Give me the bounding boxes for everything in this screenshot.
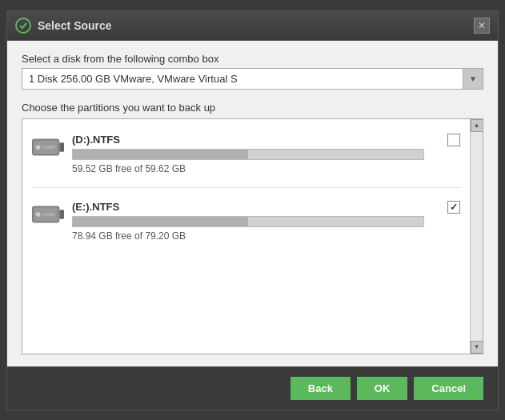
partition-e-free: 78.94 GB free of 79.20 GB (72, 230, 439, 242)
hdd-icon-e (32, 201, 64, 229)
cancel-button[interactable]: Cancel (414, 377, 483, 400)
partition-d-fill (73, 150, 248, 159)
scroll-up-button[interactable]: ▲ (471, 119, 483, 132)
disk-combo[interactable]: 1 Disk 256.00 GB VMware, VMware Virtual … (22, 68, 483, 90)
partition-e-bar (72, 216, 424, 227)
partition-d-checkbox[interactable] (447, 134, 460, 146)
dialog-title: Select Source (38, 19, 467, 32)
partition-e-fill (73, 217, 248, 226)
list-item: (D:).NTFS 59.52 GB free of 59.62 GB (29, 127, 463, 181)
scrollbar: ▲ ▼ (470, 119, 483, 354)
svg-point-9 (36, 212, 41, 217)
svg-rect-8 (59, 210, 64, 218)
partitions-list: (D:).NTFS 59.52 GB free of 59.62 GB (22, 119, 470, 354)
dialog-icon (15, 18, 31, 34)
scroll-track-area (471, 132, 483, 341)
partition-e-checkbox[interactable] (447, 201, 460, 214)
dialog-content: Select a disk from the following combo b… (7, 41, 498, 366)
partition-d-free: 59.52 GB free of 59.62 GB (72, 163, 439, 174)
partitions-section: Choose the partitions you want to back u… (22, 98, 483, 354)
partition-e-info: (E:).NTFS 78.94 GB free of 79.20 GB (72, 201, 439, 242)
partitions-container: (D:).NTFS 59.52 GB free of 59.62 GB (22, 118, 483, 354)
svg-rect-10 (42, 213, 54, 216)
partition-d-info: (D:).NTFS 59.52 GB free of 59.62 GB (72, 134, 439, 174)
disk-combo-wrapper: 1 Disk 256.00 GB VMware, VMware Virtual … (22, 68, 483, 90)
partition-d-bar (72, 149, 424, 160)
hdd-icon-d (32, 134, 64, 162)
close-button[interactable]: ✕ (474, 18, 490, 34)
dialog-window: Select Source ✕ Select a disk from the f… (6, 10, 499, 410)
svg-point-4 (36, 145, 41, 150)
partition-d-name: (D:).NTFS (72, 134, 439, 146)
title-bar: Select Source ✕ (7, 11, 498, 41)
disk-label: Select a disk from the following combo b… (22, 53, 483, 65)
dialog-footer: Back OK Cancel (7, 366, 498, 410)
partition-e-name: (E:).NTFS (72, 201, 439, 213)
partition-separator (32, 187, 460, 188)
list-item: (E:).NTFS 78.94 GB free of 79.20 GB (29, 194, 463, 248)
scroll-down-button[interactable]: ▼ (471, 341, 483, 354)
back-button[interactable]: Back (291, 377, 351, 400)
partitions-label: Choose the partitions you want to back u… (22, 102, 483, 114)
svg-point-0 (16, 18, 30, 33)
disk-section: Select a disk from the following combo b… (22, 53, 483, 90)
ok-button[interactable]: OK (357, 377, 408, 400)
svg-rect-3 (59, 142, 64, 151)
svg-rect-5 (42, 146, 54, 149)
